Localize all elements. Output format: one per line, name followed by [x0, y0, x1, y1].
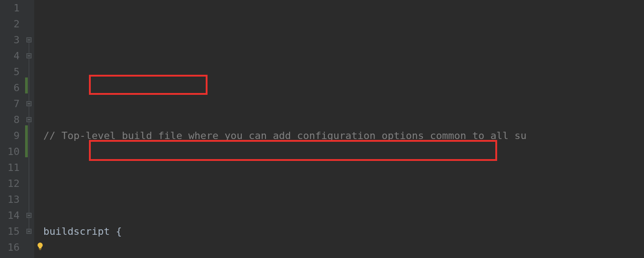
line-number: 15: [0, 223, 20, 239]
code-line: // Top-level build file where you can ad…: [43, 128, 644, 144]
line-number: 4: [0, 48, 20, 64]
annotation-highlight: [89, 75, 208, 95]
line-number: 6: [0, 80, 20, 96]
line-number: 3: [0, 32, 20, 48]
fold-handle[interactable]: [26, 53, 31, 58]
fold-handle[interactable]: [26, 229, 31, 234]
line-number: 16: [0, 239, 20, 255]
fold-handle[interactable]: [26, 37, 31, 42]
svg-rect-1: [39, 249, 41, 250]
svg-rect-0: [39, 249, 41, 249]
line-number: 14: [0, 207, 20, 223]
lightbulb-icon[interactable]: [36, 242, 44, 250]
vcs-change-bar: [25, 125, 28, 157]
fold-handle[interactable]: [26, 117, 31, 122]
line-number-gutter: 12345678910111213141516: [0, 0, 25, 258]
line-number: 13: [0, 191, 20, 207]
code-area[interactable]: // Top-level build file where you can ad…: [34, 0, 644, 258]
line-number: 8: [0, 112, 20, 128]
code-editor[interactable]: 12345678910111213141516 // Top-level bui…: [0, 0, 644, 258]
line-number: 12: [0, 175, 20, 191]
line-number: 2: [0, 16, 20, 32]
line-number: 11: [0, 160, 20, 175]
code-line: [43, 175, 644, 191]
line-number: 10: [0, 144, 20, 160]
fold-handle[interactable]: [26, 213, 31, 218]
fold-handle[interactable]: [26, 101, 31, 106]
line-number: 5: [0, 64, 20, 80]
code-line: buildscript {: [43, 223, 644, 239]
line-number: 9: [0, 128, 20, 144]
line-number: 1: [0, 0, 20, 16]
line-number: 7: [0, 96, 20, 112]
vcs-change-bar: [25, 77, 28, 93]
